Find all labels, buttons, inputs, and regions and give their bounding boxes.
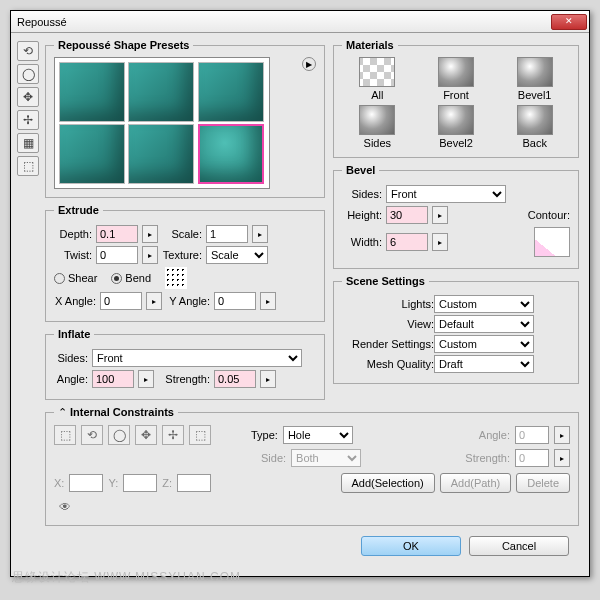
window-title: Repoussé [17,16,551,28]
inflate-strength-label: Strength: [158,373,210,385]
pattern-icon[interactable] [165,267,187,289]
mesh-select[interactable]: Draft [434,355,534,373]
ic-tool-4-icon[interactable]: ✥ [135,425,157,445]
ic-tool-5-icon[interactable]: ✢ [162,425,184,445]
material-front[interactable]: Front [421,57,492,101]
yangle-stepper[interactable]: ▸ [260,292,276,310]
render-label: Render Settings: [342,338,434,350]
watermark-text: 思缘设计论坛 WWW.MISSYUAN.COM [12,569,241,586]
ic-y-input [123,474,157,492]
xangle-input[interactable] [100,292,142,310]
yangle-input[interactable] [214,292,256,310]
material-bevel2[interactable]: Bevel2 [421,105,492,149]
ic-strength-input [515,449,549,467]
presets-fieldset: Repoussé Shape Presets ▶ [45,39,325,198]
xangle-label: X Angle: [54,295,96,307]
view-label: View: [342,318,434,330]
sphere-icon [517,57,553,87]
bevel-width-stepper[interactable]: ▸ [432,233,448,251]
inflate-strength-input[interactable] [214,370,256,388]
presets-flyout-icon[interactable]: ▶ [302,57,316,71]
sphere-icon [517,105,553,135]
ic-legend: ⌃ Internal Constraints [54,406,178,419]
ic-x-input [69,474,103,492]
inflate-sides-select[interactable]: Front [92,349,302,367]
eye-icon[interactable]: 👁 [54,497,76,517]
bevel-sides-label: Sides: [342,188,382,200]
inflate-angle-label: Angle: [54,373,88,385]
bevel-legend: Bevel [342,164,379,176]
ic-strength-label: Strength: [465,452,510,464]
ic-tool-2-icon[interactable]: ⟲ [81,425,103,445]
lights-select[interactable]: Custom [434,295,534,313]
cancel-button[interactable]: Cancel [469,536,569,556]
ic-tool-3-icon[interactable]: ◯ [108,425,130,445]
sphere-icon [359,57,395,87]
inflate-angle-input[interactable] [92,370,134,388]
ic-strength-stepper: ▸ [554,449,570,467]
sphere-icon [438,105,474,135]
texture-select[interactable]: Scale [206,246,268,264]
material-all[interactable]: All [342,57,413,101]
preset-2[interactable] [128,62,194,122]
delete-button[interactable]: Delete [516,473,570,493]
dialog-footer: OK Cancel [45,530,579,566]
scene-legend: Scene Settings [342,275,429,287]
ic-type-select[interactable]: Hole [283,426,353,444]
ic-x-label: X: [54,477,64,489]
extrude-fieldset: Extrude Depth: ▸ Scale: ▸ Twist: [45,204,325,322]
bevel-sides-select[interactable]: Front [386,185,506,203]
bevel-height-input[interactable] [386,206,428,224]
preset-3[interactable] [198,62,264,122]
ic-tool-6-icon[interactable]: ⬚ [189,425,211,445]
inflate-angle-stepper[interactable]: ▸ [138,370,154,388]
bevel-width-input[interactable] [386,233,428,251]
tool-move-icon[interactable]: ✥ [17,87,39,107]
ic-z-input [177,474,211,492]
preset-5[interactable] [128,124,194,184]
inflate-legend: Inflate [54,328,94,340]
depth-stepper[interactable]: ▸ [142,225,158,243]
tool-cube-icon[interactable]: ⬚ [17,156,39,176]
ic-angle-stepper: ▸ [554,426,570,444]
yangle-label: Y Angle: [166,295,210,307]
close-button[interactable]: ✕ [551,14,587,30]
ic-tool-1-icon[interactable]: ⬚ [54,425,76,445]
add-path-button[interactable]: Add(Path) [440,473,512,493]
preset-1[interactable] [59,62,125,122]
xangle-stepper[interactable]: ▸ [146,292,162,310]
sphere-icon [359,105,395,135]
tool-orbit-icon[interactable]: ◯ [17,64,39,84]
shear-radio[interactable]: Shear [54,272,97,284]
ok-button[interactable]: OK [361,536,461,556]
inflate-sides-label: Sides: [54,352,88,364]
depth-input[interactable] [96,225,138,243]
twist-input[interactable] [96,246,138,264]
presets-grid [54,57,270,189]
bend-radio[interactable]: Bend [111,272,151,284]
render-select[interactable]: Custom [434,335,534,353]
material-back[interactable]: Back [499,105,570,149]
add-selection-button[interactable]: Add(Selection) [341,473,435,493]
inflate-strength-stepper[interactable]: ▸ [260,370,276,388]
materials-legend: Materials [342,39,398,51]
titlebar[interactable]: Repoussé ✕ [11,11,589,33]
contour-label: Contour: [528,209,570,221]
bevel-height-stepper[interactable]: ▸ [432,206,448,224]
twist-stepper[interactable]: ▸ [142,246,158,264]
scale-stepper[interactable]: ▸ [252,225,268,243]
preset-4[interactable] [59,124,125,184]
extrude-legend: Extrude [54,204,103,216]
tool-grid-icon[interactable]: ▦ [17,133,39,153]
preset-6-selected[interactable] [198,124,264,184]
repousse-dialog: Repoussé ✕ ⟲ ◯ ✥ ✢ ▦ ⬚ Repoussé Shape Pr… [10,10,590,577]
scale-input[interactable] [206,225,248,243]
material-bevel1[interactable]: Bevel1 [499,57,570,101]
tool-move2-icon[interactable]: ✢ [17,110,39,130]
contour-picker[interactable] [534,227,570,257]
scene-fieldset: Scene Settings Lights:Custom View:Defaul… [333,275,579,384]
ic-side-select: Both [291,449,361,467]
view-select[interactable]: Default [434,315,534,333]
tool-rotate-icon[interactable]: ⟲ [17,41,39,61]
material-sides[interactable]: Sides [342,105,413,149]
